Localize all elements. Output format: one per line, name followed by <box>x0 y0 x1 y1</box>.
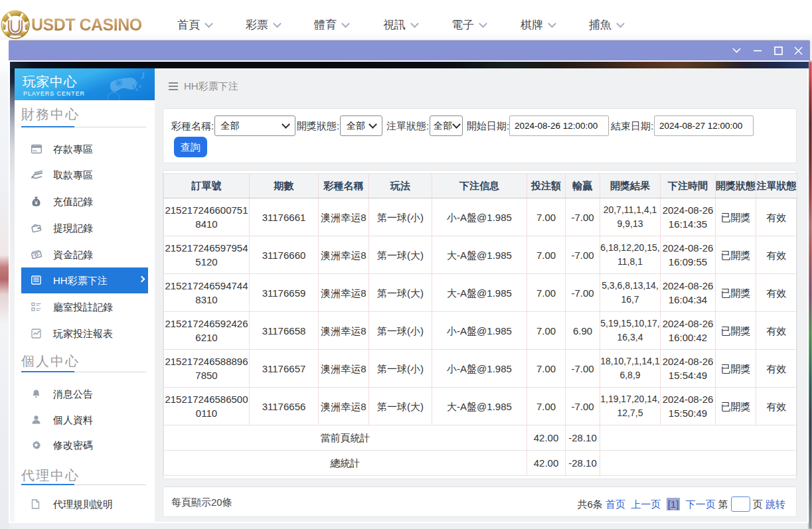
svg-text:CASINO: CASINO <box>7 33 23 37</box>
